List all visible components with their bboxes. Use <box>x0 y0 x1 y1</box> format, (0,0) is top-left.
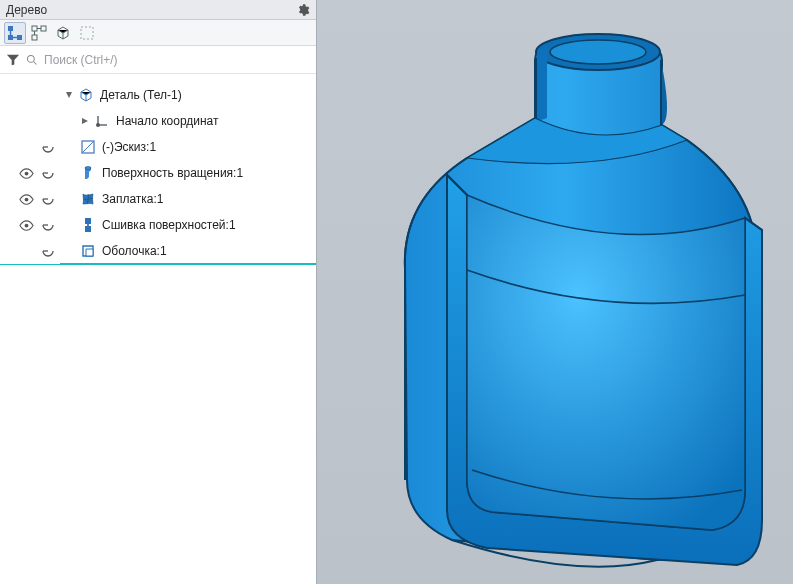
search-icon <box>26 54 38 66</box>
filter-icon[interactable] <box>6 53 20 67</box>
svg-rect-1 <box>8 35 13 40</box>
toolbar-build-tree-button[interactable] <box>4 22 26 44</box>
tree-node-label: Оболочка:1 <box>102 244 167 258</box>
visibility-icon[interactable] <box>18 191 34 207</box>
svg-rect-3 <box>32 26 37 31</box>
app-root: Дерево <box>0 0 793 584</box>
tree-node-label: Поверхность вращения:1 <box>102 166 243 180</box>
tree-root-part[interactable]: Деталь (Тел-1) <box>0 82 316 108</box>
tree-node-patch[interactable]: Заплатка:1 <box>0 186 316 212</box>
sketch-icon <box>80 139 96 155</box>
tree-toolbar <box>0 20 316 46</box>
svg-point-8 <box>96 123 100 127</box>
include-icon[interactable] <box>40 139 56 155</box>
model-render <box>317 0 793 584</box>
svg-rect-4 <box>41 26 46 31</box>
origin-icon <box>94 113 110 129</box>
tree-search <box>0 46 316 74</box>
svg-rect-0 <box>8 26 13 31</box>
search-input[interactable] <box>44 53 310 67</box>
tree-panel: Дерево <box>0 0 317 584</box>
tree-node-origin[interactable]: Начало координат <box>0 108 316 134</box>
tree-node-label: (-)Эскиз:1 <box>102 140 156 154</box>
tree-node-label: Начало координат <box>116 114 219 128</box>
knit-icon <box>80 217 96 233</box>
svg-point-17 <box>550 40 646 64</box>
include-icon[interactable] <box>40 243 56 259</box>
svg-point-13 <box>24 223 28 227</box>
svg-point-10 <box>24 171 28 175</box>
part-icon <box>78 87 94 103</box>
shell-icon <box>80 243 96 259</box>
tree-node-label: Сшивка поверхностей:1 <box>102 218 236 232</box>
svg-rect-6 <box>81 27 93 39</box>
svg-point-12 <box>24 197 28 201</box>
visibility-icon[interactable] <box>18 217 34 233</box>
search-input-wrap <box>26 53 310 67</box>
patch-icon <box>80 191 96 207</box>
3d-viewport[interactable] <box>317 0 793 584</box>
svg-rect-14 <box>85 218 91 224</box>
toolbar-select-button[interactable] <box>76 22 98 44</box>
svg-point-7 <box>28 55 35 62</box>
tree-node-label: Заплатка:1 <box>102 192 164 206</box>
expand-icon[interactable] <box>64 90 74 100</box>
tree-node-revolve-surface[interactable]: Поверхность вращения:1 <box>0 160 316 186</box>
tree-node-knit-surfaces[interactable]: Сшивка поверхностей:1 <box>0 212 316 238</box>
settings-gear-icon[interactable] <box>296 3 310 17</box>
tree-root-label: Деталь (Тел-1) <box>100 88 182 102</box>
include-icon[interactable] <box>40 165 56 181</box>
svg-rect-5 <box>32 35 37 40</box>
include-icon[interactable] <box>40 191 56 207</box>
include-icon[interactable] <box>40 217 56 233</box>
visibility-icon[interactable] <box>18 165 34 181</box>
svg-rect-2 <box>17 35 22 40</box>
svg-rect-15 <box>85 226 91 232</box>
revolve-icon <box>80 165 96 181</box>
toolbar-mode2-button[interactable] <box>28 22 50 44</box>
feature-tree[interactable]: Деталь (Тел-1) Начало координат <box>0 74 316 584</box>
toolbar-part-button[interactable] <box>52 22 74 44</box>
tree-panel-header: Дерево <box>0 0 316 20</box>
tree-panel-title: Дерево <box>6 3 47 17</box>
tree-node-sketch[interactable]: (-)Эскиз:1 <box>0 134 316 160</box>
expand-icon[interactable] <box>80 116 90 126</box>
tree-node-shell[interactable]: Оболочка:1 <box>0 238 316 264</box>
